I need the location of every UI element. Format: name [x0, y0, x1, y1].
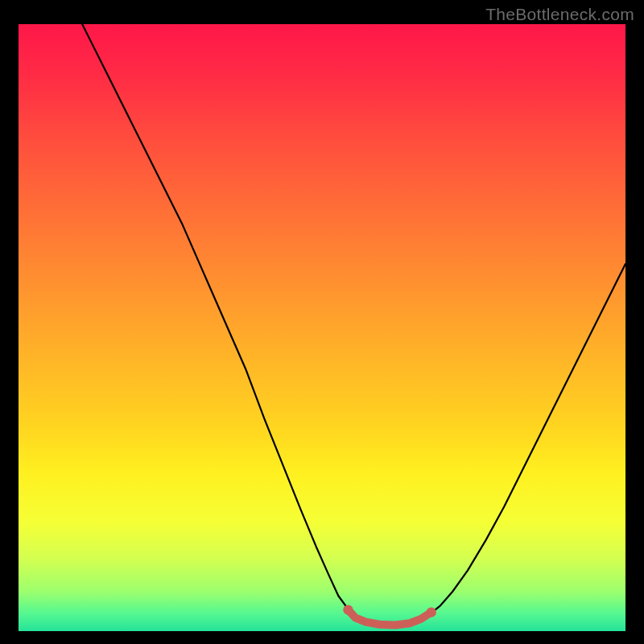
plot-svg — [19, 24, 625, 631]
gradient-background — [19, 24, 625, 631]
chart-stage: TheBottleneck.com — [0, 0, 644, 644]
plot-area — [19, 24, 625, 631]
optimal-range-marker-endpoint — [343, 605, 353, 614]
watermark-text: TheBottleneck.com — [485, 5, 634, 24]
optimal-range-marker-endpoint — [427, 607, 436, 617]
